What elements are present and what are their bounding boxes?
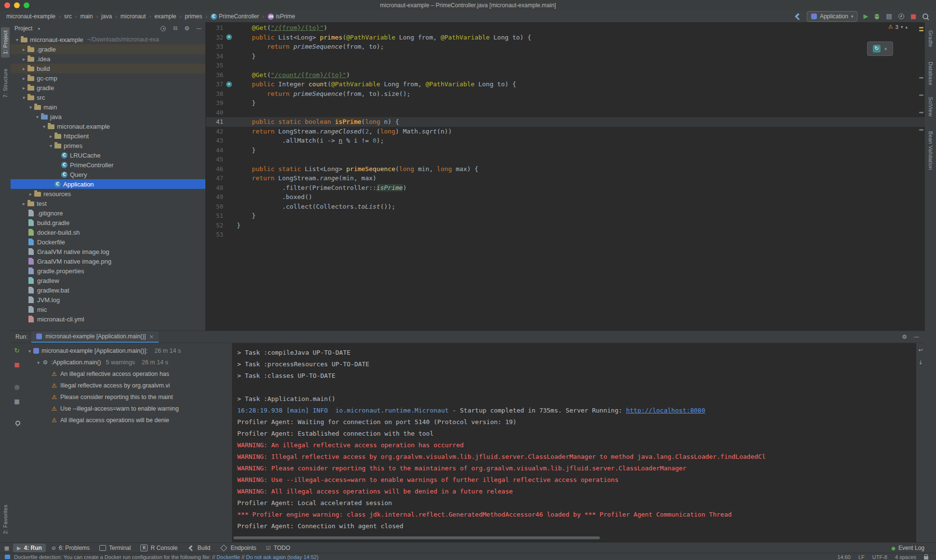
expander-icon[interactable]: ▸ — [20, 85, 27, 91]
endpoint-gutter-icon[interactable]: ⇄ — [226, 81, 232, 87]
run-tab[interactable]: micronaut-example [Application.main()] × — [31, 331, 158, 343]
line-number[interactable]: 38 — [206, 89, 223, 99]
inspection-widget[interactable]: ⚠ 3 ▾ ▴ — [888, 24, 908, 30]
stop-button[interactable]: ■ — [910, 13, 916, 20]
tree-item[interactable]: mic — [11, 305, 205, 314]
tree-item[interactable]: CQuery — [11, 170, 205, 179]
tool-window-stripe-button[interactable]: 1: Project — [1, 27, 10, 57]
status-link[interactable]: Dockerfile — [217, 554, 240, 560]
debug-button[interactable] — [874, 13, 880, 20]
code-line[interactable]: 51 } — [206, 211, 925, 221]
run-tree-item[interactable]: ⚠An illegal reflective access operation … — [23, 368, 232, 380]
line-number[interactable]: 49 — [206, 192, 223, 202]
tree-item[interactable]: CApplication — [11, 179, 205, 189]
run-tree-item[interactable]: ⚠Illegal reflective access by org.graalv… — [23, 380, 232, 391]
tree-item[interactable]: ▸gradle — [11, 83, 205, 93]
tool-window-stripe-button[interactable]: Bean Validation — [926, 128, 935, 173]
line-number[interactable]: 42 — [206, 127, 223, 136]
code-line[interactable]: 46 public static List<Long> primeSequenc… — [206, 164, 925, 174]
line-number[interactable]: 36 — [206, 70, 223, 80]
tree-item[interactable]: GraalVM native image.log — [11, 247, 205, 256]
expander-icon[interactable]: ▾ — [34, 114, 41, 120]
tool-window-stripe-button[interactable]: Database — [926, 58, 935, 89]
code-line[interactable]: 35 — [206, 61, 925, 70]
locate-file-icon[interactable] — [160, 26, 166, 32]
tree-item[interactable]: CPrimeController — [11, 160, 205, 170]
error-stripe-mark[interactable] — [919, 30, 923, 31]
code-line[interactable]: 53 — [206, 230, 925, 240]
expander-icon[interactable]: ▸ — [47, 133, 54, 139]
run-configuration-select[interactable]: Application ▾ — [807, 11, 857, 22]
coverage-button[interactable]: ▤ — [886, 13, 892, 20]
tree-item[interactable]: ▾src — [11, 93, 205, 102]
line-number[interactable]: 46 — [206, 164, 223, 174]
tool-window-button[interactable]: Build — [183, 544, 214, 553]
line-separator[interactable]: LF — [858, 554, 865, 560]
tree-item[interactable]: ▸resources — [11, 189, 205, 199]
file-encoding[interactable]: UTF-8 — [872, 554, 887, 560]
tool-window-button[interactable]: RR Console — [136, 544, 181, 552]
run-tree-item[interactable]: ⚠Please consider reporting this to the m… — [23, 391, 232, 403]
expander-icon[interactable]: ▾ — [14, 37, 21, 42]
expander-icon[interactable]: ▸ — [27, 191, 34, 197]
close-window-button[interactable] — [4, 2, 10, 8]
project-panel-title[interactable]: Project — [14, 25, 32, 32]
tree-item[interactable]: ▸gc-cmp — [11, 73, 205, 83]
hot-reload-popup[interactable]: ↻ × — [867, 41, 893, 56]
error-stripe-mark[interactable] — [919, 27, 923, 28]
tool-window-switcher-icon[interactable]: ▦ — [2, 545, 11, 551]
breadcrumb-item[interactable]: micronaut — [119, 13, 148, 20]
collapse-all-icon[interactable]: ⊟ — [173, 25, 177, 32]
line-number[interactable]: 41 — [206, 117, 223, 127]
chevron-down-icon[interactable]: ▾ — [35, 26, 42, 31]
editor[interactable]: 31 @Get("/{from}/{to}")32⇄ public List<L… — [206, 22, 925, 331]
tree-item[interactable]: GraalVM native image.png — [11, 256, 205, 266]
line-number[interactable]: 40 — [206, 108, 223, 118]
expander-icon[interactable]: ▾ — [47, 143, 54, 148]
tree-item[interactable]: ▸build — [11, 64, 205, 73]
tree-item[interactable]: ▾micronaut.example — [11, 121, 205, 131]
tool-window-stripe-button[interactable]: 2: Favorites — [1, 501, 10, 537]
run-tree-item[interactable]: ⚠Use --illegal-access=warn to enable war… — [23, 403, 232, 414]
build-project-icon[interactable] — [794, 13, 801, 20]
line-number[interactable]: 35 — [206, 61, 223, 70]
tree-item[interactable]: .gitignore — [11, 208, 205, 218]
line-number[interactable]: 32 — [206, 33, 223, 42]
tree-item[interactable]: ▸test — [11, 199, 205, 208]
tree-item[interactable]: ▸httpclient — [11, 131, 205, 141]
expander-icon[interactable]: ▸ — [20, 56, 27, 62]
breadcrumb-item[interactable]: main — [79, 13, 94, 20]
tree-item[interactable]: ▾micronaut-example~/Downloads/micronaut-… — [11, 35, 205, 44]
breadcrumb-item[interactable]: src — [63, 13, 73, 20]
breadcrumb-item[interactable]: micronaut-example — [5, 13, 57, 20]
console-layout-icon[interactable]: ▦ — [14, 398, 19, 405]
stop-icon[interactable]: ■ — [14, 361, 19, 368]
line-number[interactable]: 39 — [206, 98, 223, 108]
code-line[interactable]: 39 } — [206, 98, 925, 108]
tool-window-stripe-button[interactable]: 7: Structure — [1, 65, 10, 101]
tree-item[interactable]: ▾java — [11, 112, 205, 121]
tree-item[interactable]: ▸.gradle — [11, 44, 205, 54]
code-line[interactable]: 45 — [206, 155, 925, 164]
code-line[interactable]: 44 } — [206, 146, 925, 155]
expander-icon[interactable]: ▸ — [20, 66, 27, 71]
prev-warning-icon[interactable]: ▴ — [905, 25, 908, 29]
expander-icon[interactable]: ▾ — [27, 105, 34, 110]
line-number[interactable]: 31 — [206, 23, 223, 33]
code-line[interactable]: 47 return LongStream.range(min, max) — [206, 173, 925, 183]
minimize-window-button[interactable] — [14, 2, 20, 8]
run-button[interactable]: ▶ — [863, 13, 868, 20]
zoom-window-button[interactable] — [24, 2, 29, 8]
reload-icon[interactable]: ↻ — [873, 45, 881, 53]
tree-item[interactable]: build.gradle — [11, 218, 205, 227]
search-everywhere-icon[interactable] — [922, 13, 929, 20]
code-line[interactable]: 48 .filter(PrimeController::isPrime) — [206, 183, 925, 193]
line-number[interactable]: 34 — [206, 52, 223, 61]
tool-window-stripe-button[interactable]: Gradle — [926, 27, 935, 51]
breadcrumb-item[interactable]: CPrimeController — [209, 13, 260, 20]
error-stripe-mark[interactable] — [919, 77, 923, 79]
code-line[interactable]: 42 return LongStream.rangeClosed(2, (lon… — [206, 127, 925, 136]
code-line[interactable]: 34 } — [206, 52, 925, 61]
run-tree-item[interactable]: ▾⚙:Application.main()5 warnings26 m 14 s — [23, 357, 232, 368]
line-number[interactable]: 45 — [206, 155, 223, 164]
